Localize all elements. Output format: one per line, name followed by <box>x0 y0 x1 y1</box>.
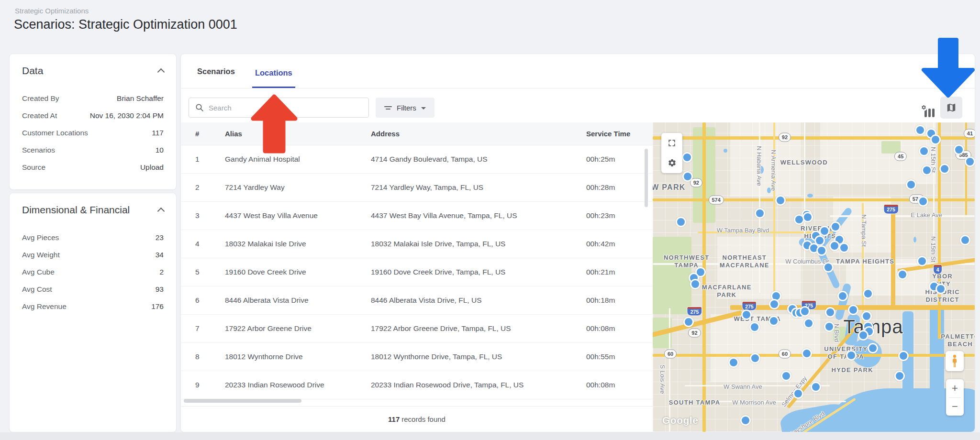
zoom-in-button[interactable]: + <box>946 379 964 397</box>
map-marker[interactable] <box>811 382 821 392</box>
pegman-control[interactable] <box>946 351 964 371</box>
table-row[interactable]: 68446 Alberata Vista Drive8446 Alberata … <box>181 286 653 315</box>
col-service-time[interactable]: Service Time <box>586 130 656 138</box>
map-marker[interactable] <box>803 318 814 329</box>
table-row[interactable]: 418032 Malakai Isle Drive18032 Malakai I… <box>181 230 653 258</box>
map-marker[interactable] <box>863 288 873 299</box>
search-input[interactable] <box>208 103 368 112</box>
table-row[interactable]: 34437 West Bay Villa Avenue4437 West Bay… <box>181 202 653 230</box>
table-cell: 17922 Arbor Greene Drive <box>225 324 371 333</box>
table-row[interactable]: 27214 Yardley Way7214 Yardley Way, Tampa… <box>181 174 653 202</box>
map-marker[interactable] <box>930 134 941 145</box>
map-marker[interactable] <box>683 317 694 327</box>
map-marker[interactable] <box>802 212 813 222</box>
map-marker[interactable] <box>775 195 786 206</box>
map-label: EW PARK <box>653 183 686 192</box>
map-marker[interactable] <box>750 353 760 363</box>
collapse-chevron-icon[interactable] <box>157 68 165 76</box>
map-marker[interactable] <box>917 256 927 266</box>
table-row[interactable]: 519160 Dove Creek Drive19160 Dove Creek … <box>181 258 653 286</box>
chevron-down-icon <box>421 107 426 110</box>
map-marker[interactable] <box>898 351 909 361</box>
horizontal-scrollbar[interactable] <box>184 399 301 403</box>
table-row[interactable]: 717922 Arbor Greene Drive17922 Arbor Gre… <box>181 315 653 343</box>
map-marker[interactable] <box>965 156 975 167</box>
map-marker[interactable] <box>919 146 929 156</box>
table-row[interactable]: 1Gandy Animal Hospital4714 Gandy Bouleva… <box>181 145 653 174</box>
map-canvas[interactable]: WELLSWOODEW PARKNORTHWEST TAMPANORTHEAST… <box>653 122 975 432</box>
search-icon <box>195 103 204 112</box>
map-marker[interactable] <box>935 284 946 294</box>
sidebar-row-label: Avg Pieces <box>22 233 59 242</box>
breadcrumb[interactable]: Strategic Optimizations <box>15 7 89 15</box>
map-marker[interactable] <box>800 306 810 317</box>
map-marker[interactable] <box>824 321 835 332</box>
map-marker[interactable] <box>848 305 858 315</box>
collapse-chevron-icon[interactable] <box>157 207 165 215</box>
map-marker[interactable] <box>858 330 869 341</box>
map-marker[interactable] <box>682 171 693 182</box>
map-marker[interactable] <box>868 343 878 353</box>
map-marker[interactable] <box>922 165 932 176</box>
map-toggle-button[interactable] <box>940 97 962 119</box>
map-marker[interactable] <box>829 241 840 251</box>
map-marker[interactable] <box>897 269 908 280</box>
col-alias[interactable]: Alias <box>225 130 371 138</box>
zoom-out-button[interactable]: − <box>946 398 964 416</box>
table-cell: 17922 Arbor Greene Drive, Tampa, FL, US <box>371 324 586 333</box>
sidebar-row-label: Avg Cost <box>22 285 52 294</box>
table-cell: 7214 Yardley Way, Tampa, FL, US <box>371 183 586 192</box>
sidebar-row: Customer Locations117 <box>22 124 164 142</box>
map-marker[interactable] <box>846 350 857 361</box>
filters-button[interactable]: Filters <box>376 98 434 118</box>
map-marker[interactable] <box>918 196 928 207</box>
map-marker[interactable] <box>676 217 686 227</box>
map-marker[interactable] <box>781 371 791 381</box>
map-marker[interactable] <box>825 307 835 318</box>
table-cell: 00h:18m <box>586 296 656 305</box>
table-row[interactable]: 818012 Wynthorne Drive18012 Wynthorne Dr… <box>181 343 653 371</box>
map-settings-gear-button[interactable] <box>661 156 682 169</box>
map-marker[interactable] <box>769 299 780 309</box>
fullscreen-button[interactable] <box>661 137 682 149</box>
map-controls-topleft <box>661 133 682 173</box>
map-marker[interactable] <box>682 152 692 163</box>
col-number[interactable]: # <box>195 130 225 138</box>
table-row[interactable]: 920233 Indian Rosewood Drive20233 Indian… <box>181 371 653 399</box>
locations-table: # Alias Address Service Time 1Gandy Anim… <box>181 122 653 432</box>
map-marker[interactable] <box>741 309 752 320</box>
map-marker[interactable] <box>816 245 827 256</box>
map-marker[interactable] <box>728 357 739 368</box>
table-cell: 8446 Alberata Vista Drive, FL, US <box>371 296 586 305</box>
tab-locations[interactable]: Locations <box>252 68 295 88</box>
vertical-scrollbar[interactable] <box>645 149 648 207</box>
table-cell: 20233 Indian Rosewood Drive, Tampa, FL, … <box>371 381 586 389</box>
map-marker[interactable] <box>755 208 765 219</box>
map-marker[interactable] <box>823 262 834 273</box>
map-marker[interactable] <box>894 371 905 381</box>
col-address[interactable]: Address <box>371 130 586 138</box>
map-marker[interactable] <box>954 144 964 155</box>
map-marker[interactable] <box>906 179 916 190</box>
table-cell: 18032 Malakai Isle Drive <box>225 240 371 248</box>
map-marker[interactable] <box>830 221 841 232</box>
map-marker[interactable] <box>802 348 812 359</box>
map-marker[interactable] <box>837 291 848 301</box>
map-marker[interactable] <box>939 164 950 174</box>
map-marker[interactable] <box>749 322 760 332</box>
tab-scenarios[interactable]: Scenarios <box>194 67 238 88</box>
sidebar-row-label: Avg Cube <box>22 268 55 276</box>
map-marker[interactable] <box>915 125 925 135</box>
map-marker[interactable] <box>768 316 779 326</box>
column-settings-button[interactable] <box>915 100 934 117</box>
map-marker[interactable] <box>740 415 751 426</box>
table-cell: 19160 Dove Creek Drive <box>225 268 371 276</box>
map-marker[interactable] <box>690 279 701 289</box>
map-marker[interactable] <box>839 242 849 253</box>
sidebar-row-value: 176 <box>151 302 164 311</box>
map-marker[interactable] <box>793 388 803 399</box>
table-cell: 00h:55m <box>586 352 656 361</box>
map-marker[interactable] <box>861 311 872 321</box>
sidebar-row-value: 10 <box>156 146 164 154</box>
map-marker[interactable] <box>960 235 970 245</box>
